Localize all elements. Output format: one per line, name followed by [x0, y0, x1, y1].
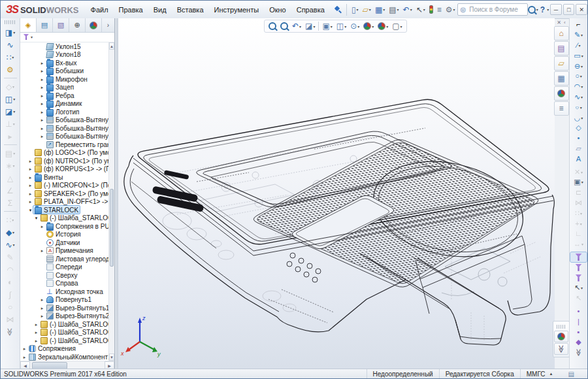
filter-vertices-icon[interactable]: •: [570, 306, 587, 317]
dropdown-arrow[interactable]: ▾: [12, 55, 14, 59]
tree-item[interactable]: ▸Вырез-Вытянуть2: [20, 312, 108, 321]
minimize-button[interactable]: ─: [550, 4, 562, 15]
ellipse-icon[interactable]: ○▾: [570, 102, 587, 112]
tree-item[interactable]: ▸Бобышка-Вытянуть32: [20, 124, 108, 133]
tree-item[interactable]: ▸Вх-вых: [20, 59, 108, 67]
display-relations-icon[interactable]: ∟: [570, 229, 587, 239]
dropdown-arrow[interactable]: ▾: [357, 24, 359, 29]
expand-arrow[interactable]: ▸: [39, 297, 45, 302]
expand-arrow[interactable]: ▸: [39, 306, 45, 310]
view-orientation-icon[interactable]: ▣▾: [320, 21, 334, 31]
menu-item[interactable]: Вид: [148, 1, 172, 18]
tree-item[interactable]: ▸PLATA_IN-OFF<1> -> (По умолч: [20, 198, 108, 206]
tree-item[interactable]: ▸Динамик: [20, 100, 108, 108]
save-document-icon[interactable]: ▦▾: [373, 3, 387, 16]
dropdown-arrow[interactable]: ▾: [372, 24, 374, 29]
apply-scene-icon[interactable]: ▾: [376, 21, 390, 31]
spline-icon[interactable]: ∿▾: [570, 92, 587, 103]
curves-icon[interactable]: ∿▾: [3, 239, 18, 251]
tree-item[interactable]: ▾STARLOCK: [20, 206, 108, 214]
dropdown-arrow[interactable]: ▾: [400, 24, 402, 29]
dropdown-arrow[interactable]: ▾: [299, 24, 301, 29]
dropdown-arrow[interactable]: ▾: [13, 242, 15, 247]
slot-icon[interactable]: ⊖▾: [570, 61, 587, 71]
tree-item[interactable]: ▸Винты: [20, 173, 108, 182]
exploded-view-icon[interactable]: ∗▾: [3, 159, 18, 172]
tree-item[interactable]: ▸SPEAKER<1> (По умолчанию<<П: [20, 190, 108, 198]
expand-arrow[interactable]: ▸: [39, 85, 45, 90]
view-settings-icon[interactable]: ▢▾: [390, 21, 404, 31]
dropdown-arrow[interactable]: ▾: [13, 30, 15, 35]
toolbar-grip[interactable]: [5, 20, 16, 24]
expand-arrow[interactable]: ▸: [27, 199, 33, 204]
expand-arrow[interactable]: ▸: [39, 224, 45, 229]
dropdown-arrow[interactable]: ▾: [581, 84, 583, 89]
help-button[interactable]: ?: [538, 5, 547, 14]
expand-arrow[interactable]: ▾: [33, 216, 39, 220]
tab-featuremanager-tree[interactable]: ◈: [20, 18, 37, 32]
dropdown-arrow[interactable]: ▾: [580, 74, 582, 78]
tab-property-manager[interactable]: ▤: [37, 18, 53, 32]
expand-arrow[interactable]: ▸: [27, 167, 33, 171]
solidworks-resources-icon[interactable]: ⌂: [554, 26, 569, 41]
expand-arrow[interactable]: ▸: [39, 77, 45, 82]
tree-item[interactable]: ▸Логотип: [20, 108, 108, 116]
edit-appearance-icon[interactable]: [554, 331, 568, 342]
rectangle-icon[interactable]: ▭▾: [570, 50, 587, 61]
assembly-features-icon[interactable]: ◪▾: [3, 105, 18, 118]
maximize-button[interactable]: □: [563, 4, 575, 15]
filter-edges-icon[interactable]: |: [570, 316, 587, 327]
tree-item[interactable]: ▸Микрофон: [20, 75, 108, 84]
select-lasso-icon[interactable]: ↖: [570, 293, 587, 304]
dropdown-arrow[interactable]: ▾: [580, 105, 582, 110]
dropdown-arrow[interactable]: ▾: [13, 163, 15, 168]
show-hidden-components-icon[interactable]: ◫▾: [3, 93, 18, 105]
dropdown-arrow[interactable]: ▾: [581, 54, 583, 58]
tree-item[interactable]: ▸(-) Шайба_STARLOCK<4> (По: [20, 337, 108, 345]
file-properties-icon[interactable]: ≡: [435, 3, 444, 16]
dropdown-arrow[interactable]: ▾: [581, 242, 583, 246]
menu-item[interactable]: Файл: [86, 1, 114, 18]
mirror-entities-icon[interactable]: ⋈: [570, 198, 587, 208]
tree-item[interactable]: ▾(-) Шайба_STARLOCK<6> (По: [20, 214, 108, 223]
filter-solid-icon[interactable]: ◆: [570, 337, 587, 348]
bill-of-materials-icon[interactable]: ▤▾: [3, 147, 18, 159]
units-selector[interactable]: ММГС▲: [520, 369, 559, 378]
sketch-icon[interactable]: ✎: [3, 251, 18, 263]
line-icon[interactable]: ∕▾: [570, 41, 587, 51]
instant3d-icon[interactable]: ◆▾: [3, 226, 18, 239]
move-component-icon[interactable]: ◇▾: [3, 80, 18, 93]
rebuild-icon[interactable]: [427, 3, 435, 16]
dropdown-arrow[interactable]: ▾: [581, 286, 583, 290]
tree-item[interactable]: Датчики: [20, 239, 108, 247]
dropdown-arrow[interactable]: ▾: [383, 7, 385, 12]
dropdown-arrow[interactable]: ▾: [12, 230, 14, 235]
more-tabs-icon[interactable]: ›: [102, 18, 114, 32]
hide-show-items-icon[interactable]: ⊙▾: [348, 21, 361, 31]
open-document-icon[interactable]: ▱▾: [361, 3, 373, 16]
tree-item[interactable]: Справа: [20, 280, 108, 288]
filter-stack-icon[interactable]: [570, 262, 587, 272]
mate-icon[interactable]: ∿: [3, 39, 18, 51]
filter-faces-icon[interactable]: ▪: [570, 327, 587, 337]
file-explorer-icon[interactable]: ▱: [554, 56, 569, 71]
mirror-icon[interactable]: ⋈: [3, 313, 18, 325]
fillet-icon[interactable]: ◠: [3, 263, 18, 276]
tree-item[interactable]: ▸Вырез-Вытянуть1: [20, 304, 108, 312]
dropdown-arrow[interactable]: ▾: [386, 24, 388, 29]
expand-arrow[interactable]: ▸: [33, 322, 39, 327]
dropdown-arrow[interactable]: ▾: [369, 7, 371, 12]
expand-arrow[interactable]: ▸: [33, 330, 39, 335]
custom-properties-icon[interactable]: ≡: [554, 101, 569, 116]
dropdown-arrow[interactable]: ▾: [357, 7, 359, 12]
expand-more-icon[interactable]: ≫: [554, 343, 568, 355]
select-arrow-icon[interactable]: ↖▾: [570, 283, 587, 293]
sketch-fillet-icon[interactable]: ◡▾: [570, 112, 587, 123]
more-filters-icon[interactable]: ≫: [570, 348, 587, 358]
expand-arrow[interactable]: ▸: [39, 248, 45, 253]
arc-icon[interactable]: ◠▾: [570, 82, 587, 92]
tree-item[interactable]: ▸Ребра: [20, 91, 108, 100]
tab-configuration-manager[interactable]: ▧: [53, 18, 69, 32]
tab-display-manager[interactable]: [86, 18, 102, 32]
pin-menu-icon[interactable]: [334, 6, 340, 14]
